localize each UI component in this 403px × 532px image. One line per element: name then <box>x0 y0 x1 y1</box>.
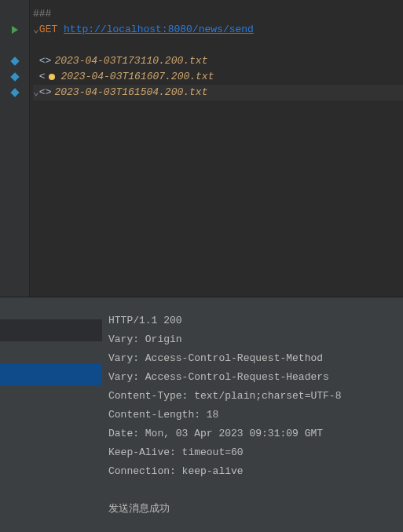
response-header-line: Connection: keep-alive <box>108 462 397 481</box>
angle-brackets: <> <box>39 53 52 69</box>
fold-marker-icon[interactable]: ⌄ <box>33 85 39 100</box>
response-marker-icon <box>10 72 19 81</box>
response-header-line: HTTP/1.1 200 <box>108 312 397 330</box>
angle-brackets: < <box>39 69 46 85</box>
response-body-text: 发送消息成功 <box>108 500 397 519</box>
response-file-link[interactable]: 2023-04-03T161607.200.txt <box>60 69 214 85</box>
response-header-line: Vary: Access-Control-Request-Headers <box>108 368 397 387</box>
separator-token: ### <box>33 6 51 22</box>
http-method: GET <box>39 22 57 38</box>
response-header-line: Vary: Origin <box>108 330 397 349</box>
response-marker-icon <box>10 88 19 97</box>
response-header-line: Vary: Access-Control-Request-Method <box>108 349 397 368</box>
gutter-row[interactable] <box>0 85 29 100</box>
gutter-row <box>0 6 29 22</box>
code-area[interactable]: ### ⌄GET http://localhost:8080/news/send… <box>30 0 403 297</box>
response-header-line: Date: Mon, 03 Apr 2023 09:31:09 GMT <box>108 425 397 443</box>
response-header-line: Content-Length: 18 <box>108 406 397 425</box>
side-slot[interactable] <box>0 319 102 341</box>
response-file-link[interactable]: 2023-04-03T161504.200.txt <box>54 85 207 100</box>
response-file-line[interactable]: <>2023-04-03T173110.200.txt <box>33 53 403 69</box>
response-file-link[interactable]: 2023-04-03T173110.200.txt <box>54 53 207 69</box>
run-request-gutter[interactable] <box>0 22 29 38</box>
play-icon <box>12 26 18 34</box>
request-url[interactable]: http://localhost:8080/news/send <box>64 22 254 38</box>
gutter-row[interactable] <box>0 53 29 69</box>
blank-line <box>108 481 397 500</box>
response-file-line[interactable]: ⌄<>2023-04-03T161504.200.txt <box>33 85 403 100</box>
response-file-line[interactable]: < 2023-04-03T161607.200.txt <box>33 69 403 85</box>
response-header-line: Keep-Alive: timeout=60 <box>108 443 397 462</box>
response-body[interactable]: HTTP/1.1 200 Vary: Origin Vary: Access-C… <box>102 297 403 532</box>
editor-gutter <box>0 0 30 297</box>
separator-line: ### <box>33 6 403 22</box>
fold-marker-icon[interactable]: ⌄ <box>33 22 39 38</box>
side-slot[interactable] <box>0 341 102 363</box>
editor-pane: ### ⌄GET http://localhost:8080/news/send… <box>0 0 403 297</box>
response-marker-icon <box>10 56 19 65</box>
gutter-row <box>0 38 29 53</box>
response-side-column <box>0 297 102 532</box>
blank-line <box>33 38 403 53</box>
bulb-icon[interactable] <box>49 74 55 80</box>
gutter-row[interactable] <box>0 69 29 85</box>
angle-brackets: <> <box>39 85 52 100</box>
request-line: ⌄GET http://localhost:8080/news/send <box>33 22 403 38</box>
response-header-line: Content-Type: text/plain;charset=UTF-8 <box>108 387 397 406</box>
side-slot[interactable] <box>0 297 102 319</box>
side-slot-active[interactable] <box>0 363 102 385</box>
response-panel: HTTP/1.1 200 Vary: Origin Vary: Access-C… <box>0 297 403 532</box>
